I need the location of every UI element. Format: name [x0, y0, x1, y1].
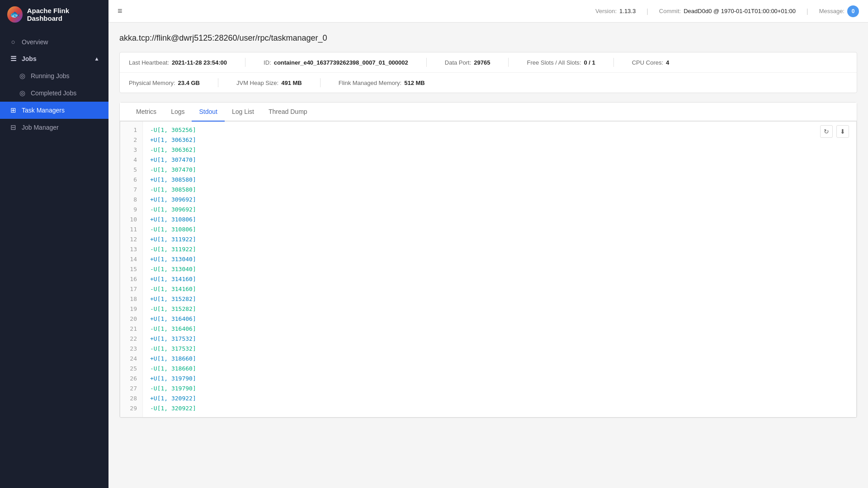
version-label: Version: — [595, 8, 617, 14]
info-row-1: Last Heartbeat: 2021-11-28 23:54:00 ID: … — [120, 52, 857, 73]
code-line-7: -U[1, 308580] — [150, 185, 849, 195]
code-toolbar: ↻ ⬇ — [820, 125, 849, 138]
sidebar-overview-label: Overview — [22, 38, 48, 46]
topbar-commit: Commit: DeadD0d0 @ 1970-01-01T01:00:00+0… — [659, 8, 796, 14]
code-line-15: -U[1, 313040] — [150, 264, 849, 274]
code-line-21: -U[1, 316406] — [150, 324, 849, 334]
id-value: container_e40_1637739262398_0007_01_0000… — [274, 59, 408, 66]
sidebar-item-running-jobs[interactable]: ◎ Running Jobs — [0, 67, 108, 84]
refresh-button[interactable]: ↻ — [820, 125, 833, 138]
version-value: 1.13.3 — [619, 8, 636, 14]
code-line-3: -U[1, 306362] — [150, 145, 849, 155]
tab-metrics[interactable]: Metrics — [129, 103, 164, 122]
sidebar-item-jobs[interactable]: ☰ Jobs ▲ — [0, 50, 108, 67]
id-label: ID: — [264, 59, 271, 66]
line-number-23: 23 — [126, 344, 137, 354]
sep-3 — [508, 58, 509, 67]
sidebar-running-jobs-label: Running Jobs — [31, 72, 70, 80]
code-line-2: +U[1, 306362] — [150, 135, 849, 145]
code-line-19: -U[1, 315282] — [150, 304, 849, 314]
cpu-cores-field: CPU Cores: 4 — [632, 59, 670, 66]
topbar-message: Message: 0 — [819, 5, 859, 17]
line-number-20: 20 — [126, 314, 137, 324]
line-number-14: 14 — [126, 254, 137, 264]
free-slots-label: Free Slots / All Slots: — [527, 59, 581, 66]
code-line-27: -U[1, 319790] — [150, 384, 849, 394]
tab-logs[interactable]: Logs — [164, 103, 192, 122]
message-label: Message: — [819, 8, 844, 14]
line-number-2: 2 — [126, 135, 137, 145]
physical-memory-label: Physical Memory: — [129, 80, 175, 86]
line-number-12: 12 — [126, 235, 137, 244]
line-number-7: 7 — [126, 185, 137, 195]
line-number-13: 13 — [126, 244, 137, 254]
sidebar-item-task-managers[interactable]: ⊞ Task Managers — [0, 102, 108, 119]
page-content: akka.tcp://flink@dwrj5125:28260/user/rpc… — [108, 23, 868, 488]
topbar-version: Version: 1.13.3 — [595, 8, 636, 14]
sidebar-jobs-label: Jobs — [22, 55, 37, 62]
job-manager-icon: ⊟ — [9, 123, 17, 131]
sidebar-item-overview[interactable]: ○ Overview — [0, 33, 108, 50]
cpu-cores-label: CPU Cores: — [632, 59, 663, 66]
overview-icon: ○ — [9, 38, 17, 46]
sep-6 — [320, 78, 321, 87]
code-viewer: ↻ ⬇ 123456789101112131415161718192021222… — [120, 122, 857, 418]
code-line-18: +U[1, 315282] — [150, 294, 849, 304]
code-line-25: -U[1, 318660] — [150, 364, 849, 374]
code-line-13: -U[1, 311922] — [150, 244, 849, 254]
code-line-8: +U[1, 309692] — [150, 195, 849, 205]
sep-4 — [613, 58, 614, 67]
code-line-4: +U[1, 307470] — [150, 155, 849, 165]
line-number-17: 17 — [126, 284, 137, 294]
code-line-16: +U[1, 314160] — [150, 274, 849, 284]
code-line-10: +U[1, 310806] — [150, 215, 849, 225]
sidebar-completed-jobs-label: Completed Jobs — [31, 89, 76, 97]
running-jobs-icon: ◎ — [18, 72, 26, 80]
line-number-6: 6 — [126, 175, 137, 185]
tab-log-list[interactable]: Log List — [225, 103, 261, 122]
code-line-26: +U[1, 319790] — [150, 374, 849, 384]
tab-stdout[interactable]: Stdout — [192, 103, 224, 122]
tabs-bar: MetricsLogsStdoutLog ListThread Dump — [120, 103, 857, 122]
topbar: ≡ Version: 1.13.3 | Commit: DeadD0d0 @ 1… — [108, 0, 868, 23]
data-port-value: 29765 — [474, 59, 490, 66]
completed-jobs-icon: ◎ — [18, 89, 26, 97]
sidebar-job-manager-label: Job Manager — [22, 124, 59, 131]
line-number-4: 4 — [126, 155, 137, 165]
code-line-14: +U[1, 313040] — [150, 254, 849, 264]
code-line-12: +U[1, 311922] — [150, 235, 849, 244]
line-number-22: 22 — [126, 334, 137, 344]
jvm-heap-value: 491 MB — [281, 80, 302, 86]
tab-panel: MetricsLogsStdoutLog ListThread Dump ↻ ⬇… — [119, 102, 857, 418]
jobs-icon: ☰ — [9, 55, 17, 63]
info-row-2: Physical Memory: 23.4 GB JVM Heap Size: … — [120, 73, 857, 93]
last-heartbeat-field: Last Heartbeat: 2021-11-28 23:54:00 — [129, 59, 227, 66]
line-number-21: 21 — [126, 324, 137, 334]
data-port-label: Data Port: — [445, 59, 472, 66]
physical-memory-field: Physical Memory: 23.4 GB — [129, 80, 200, 86]
message-badge: 0 — [847, 5, 859, 17]
jvm-heap-field: JVM Heap Size: 491 MB — [236, 80, 302, 86]
line-number-10: 10 — [126, 215, 137, 225]
flink-memory-field: Flink Managed Memory: 512 MB — [339, 80, 425, 86]
line-number-24: 24 — [126, 354, 137, 364]
tab-thread-dump[interactable]: Thread Dump — [261, 103, 315, 122]
app-logo: 🐟 — [7, 6, 23, 23]
code-line-17: -U[1, 314160] — [150, 284, 849, 294]
code-line-5: -U[1, 307470] — [150, 165, 849, 175]
page-title: akka.tcp://flink@dwrj5125:28260/user/rpc… — [119, 33, 857, 43]
line-number-16: 16 — [126, 274, 137, 284]
main-content: ≡ Version: 1.13.3 | Commit: DeadD0d0 @ 1… — [108, 0, 868, 488]
menu-icon[interactable]: ≡ — [118, 6, 123, 16]
last-heartbeat-value: 2021-11-28 23:54:00 — [172, 59, 227, 66]
info-card: Last Heartbeat: 2021-11-28 23:54:00 ID: … — [119, 52, 857, 93]
code-content: 1234567891011121314151617181920212223242… — [120, 122, 856, 417]
sidebar-header: 🐟 Apache Flink Dashboard — [0, 0, 108, 29]
line-number-1: 1 — [126, 125, 137, 135]
download-button[interactable]: ⬇ — [836, 125, 849, 138]
sep-2 — [426, 58, 427, 67]
sidebar-item-completed-jobs[interactable]: ◎ Completed Jobs — [0, 84, 108, 102]
sidebar-item-job-manager[interactable]: ⊟ Job Manager — [0, 119, 108, 136]
app-title: Apache Flink Dashboard — [27, 7, 101, 22]
code-line-22: +U[1, 317532] — [150, 334, 849, 344]
